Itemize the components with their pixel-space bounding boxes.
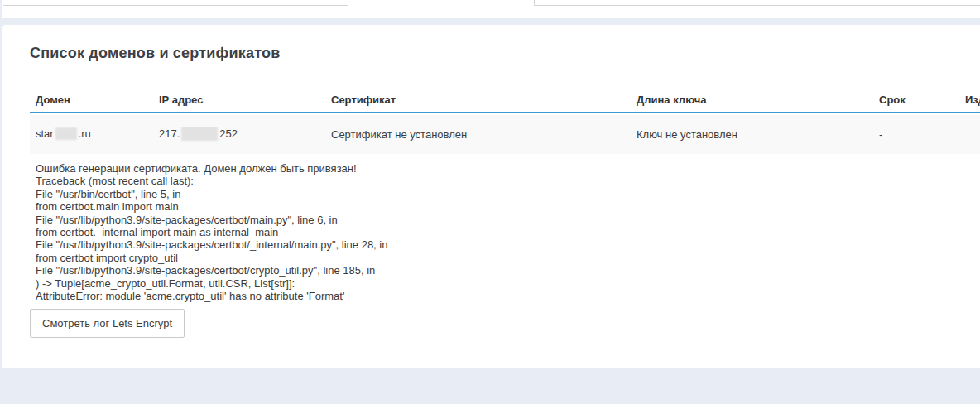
column-header-domain: Домен bbox=[30, 94, 153, 106]
tab-left-partial[interactable] bbox=[3, 0, 348, 6]
ip-cell: 217.252 bbox=[153, 127, 325, 142]
ip-suffix: 252 bbox=[219, 127, 238, 140]
column-header-issuer: Издатель bbox=[959, 94, 980, 106]
certificate-cell: Сертификат не установлен bbox=[325, 128, 631, 141]
certificate-error-log: Ошибка генерации сертификата. Домен долж… bbox=[36, 162, 971, 302]
table-header-row: Домен IP адрес Сертификат Длина ключа Ср… bbox=[30, 87, 980, 113]
domain-suffix: .ru bbox=[79, 127, 91, 140]
tab-active-partial[interactable] bbox=[349, 0, 534, 6]
page-title: Список доменов и сертификатов bbox=[30, 45, 280, 62]
domain-prefix: star bbox=[36, 127, 54, 140]
key-length-cell: Ключ не установлен bbox=[631, 128, 873, 141]
domain-censored-blur bbox=[55, 127, 77, 140]
error-log-line: File "/usr/lib/python3.9/site-packages/c… bbox=[36, 214, 971, 226]
term-cell: - bbox=[873, 128, 959, 141]
ip-prefix: 217. bbox=[159, 127, 180, 140]
column-header-term: Срок bbox=[873, 94, 959, 106]
view-lets-encrypt-log-button[interactable]: Смотреть лог Lets Encrypt bbox=[30, 309, 185, 338]
tab-right-partial[interactable] bbox=[534, 0, 980, 6]
column-header-key-length: Длина ключа bbox=[631, 94, 873, 106]
error-log-line: Traceback (most recent call last): bbox=[36, 175, 971, 187]
error-log-line: from certbot import crypto_util bbox=[36, 252, 971, 264]
error-log-line: AttributeError: module 'acme.crypto_util… bbox=[36, 290, 971, 302]
error-log-line: File "/usr/lib/python3.9/site-packages/c… bbox=[36, 264, 971, 277]
tab-bar bbox=[2, 0, 980, 18]
column-header-ip: IP адрес bbox=[153, 94, 325, 106]
domain-cell: star.ru bbox=[30, 127, 153, 142]
ip-censored-blur bbox=[181, 127, 218, 141]
error-log-line: ) -> Tuple[acme_crypto_util.Format, util… bbox=[36, 277, 971, 290]
error-log-line: from certbot.main import main bbox=[36, 200, 971, 213]
error-log-line: Ошибка генерации сертификата. Домен долж… bbox=[36, 162, 971, 175]
table-row[interactable]: star.ru 217.252 Сертификат не установлен… bbox=[30, 115, 980, 154]
column-header-certificate: Сертификат bbox=[325, 94, 631, 106]
error-log-line: File "/usr/lib/python3.9/site-packages/c… bbox=[36, 238, 971, 251]
error-log-line: File "/usr/bin/certbot", line 5, in bbox=[36, 188, 971, 200]
domains-certificates-panel: Список доменов и сертификатов Домен IP а… bbox=[2, 25, 980, 368]
error-log-line: from certbot._internal import main as in… bbox=[36, 226, 971, 238]
